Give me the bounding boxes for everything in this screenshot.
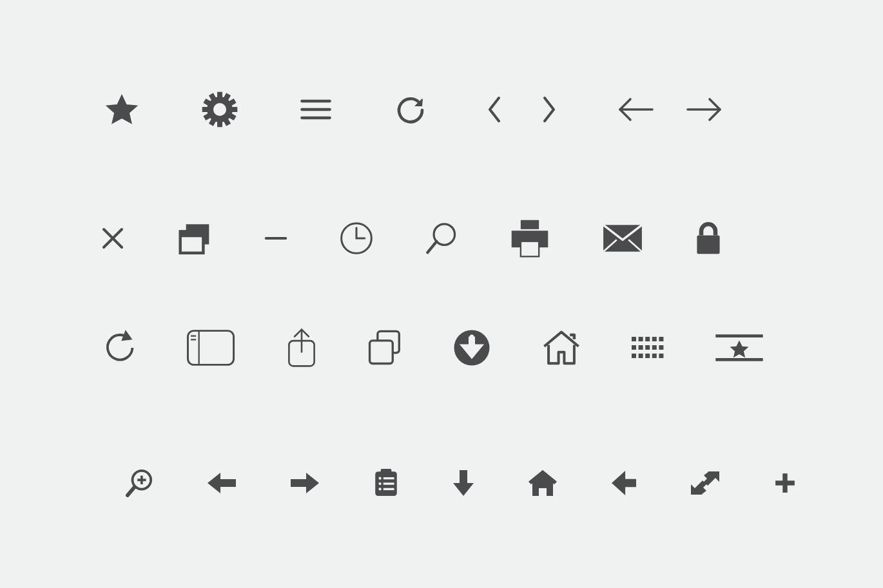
svg-rect-2 — [229, 100, 235, 106]
menu-icon — [299, 97, 333, 122]
arrow-down-solid-icon — [453, 470, 474, 496]
svg-rect-46 — [632, 345, 636, 350]
arrow-right-solid-icon — [291, 472, 319, 494]
close-icon — [100, 225, 126, 251]
icon-row-2 — [0, 213, 883, 264]
plus-icon — [774, 472, 796, 494]
svg-rect-6 — [218, 122, 222, 126]
home-icon — [541, 329, 581, 366]
icon-row-3 — [0, 322, 883, 374]
reload-icon — [102, 328, 135, 367]
svg-rect-51 — [632, 354, 636, 358]
windows-icon — [176, 221, 213, 256]
svg-rect-66 — [383, 477, 394, 479]
share-icon — [286, 327, 317, 369]
arrow-left-solid-icon — [208, 472, 236, 494]
svg-rect-70 — [383, 488, 394, 490]
icon-sheet — [0, 0, 883, 588]
arrow-left-icon — [616, 97, 655, 122]
svg-rect-64 — [382, 469, 391, 473]
svg-rect-1 — [224, 94, 230, 100]
svg-rect-21 — [180, 231, 204, 237]
svg-rect-50 — [659, 345, 663, 350]
mail-icon — [601, 223, 644, 253]
search-icon — [425, 221, 458, 256]
print-icon — [509, 217, 551, 260]
redo-icon — [394, 93, 425, 126]
svg-rect-7 — [210, 119, 216, 125]
svg-rect-42 — [639, 337, 643, 341]
svg-rect-52 — [639, 354, 643, 358]
svg-point-67 — [378, 482, 381, 485]
svg-rect-43 — [645, 337, 650, 341]
svg-rect-54 — [652, 354, 657, 358]
svg-rect-49 — [652, 345, 657, 350]
chevron-right-icon — [539, 94, 558, 125]
svg-rect-68 — [383, 482, 394, 484]
nav-chevron-pair — [486, 94, 558, 125]
svg-line-59 — [128, 488, 135, 495]
apps-grid-icon — [632, 336, 664, 359]
clock-icon — [338, 220, 374, 256]
minimize-icon — [264, 232, 288, 245]
svg-rect-47 — [639, 345, 643, 350]
home-solid-icon — [529, 470, 557, 496]
star-icon — [103, 92, 141, 128]
gear-icon — [202, 91, 238, 128]
svg-point-69 — [378, 488, 381, 490]
svg-point-65 — [378, 477, 381, 480]
icon-row-4 — [0, 464, 883, 502]
svg-rect-0 — [218, 93, 222, 97]
expand-icon — [691, 471, 719, 495]
svg-rect-44 — [652, 337, 657, 341]
lock-icon — [694, 221, 723, 256]
svg-rect-48 — [645, 345, 650, 350]
svg-rect-28 — [521, 242, 539, 257]
nav-arrow-pair — [616, 97, 724, 122]
svg-rect-3 — [232, 108, 237, 111]
icon-row-1 — [0, 84, 883, 135]
svg-rect-26 — [521, 220, 539, 229]
clipboard-list-icon — [374, 469, 398, 497]
svg-rect-55 — [659, 354, 663, 358]
svg-rect-8 — [204, 114, 210, 120]
bookmark-bar-icon — [714, 332, 764, 363]
svg-rect-41 — [632, 337, 636, 341]
svg-rect-45 — [659, 337, 663, 341]
svg-rect-4 — [229, 114, 235, 120]
svg-rect-40 — [469, 337, 475, 348]
svg-rect-10 — [204, 100, 210, 106]
svg-rect-5 — [224, 119, 230, 125]
zoom-in-icon — [126, 469, 153, 497]
copy-icon — [367, 329, 402, 366]
svg-rect-53 — [645, 354, 650, 358]
arrow-left-bold-icon — [612, 471, 636, 495]
svg-rect-30 — [697, 236, 719, 254]
download-circle-icon — [452, 328, 491, 367]
svg-rect-9 — [203, 108, 208, 111]
chevron-left-icon — [486, 94, 504, 125]
svg-line-25 — [427, 241, 436, 252]
arrow-right-icon — [684, 97, 724, 122]
svg-rect-38 — [370, 341, 393, 364]
svg-rect-11 — [210, 94, 216, 100]
tablet-icon — [186, 328, 236, 367]
